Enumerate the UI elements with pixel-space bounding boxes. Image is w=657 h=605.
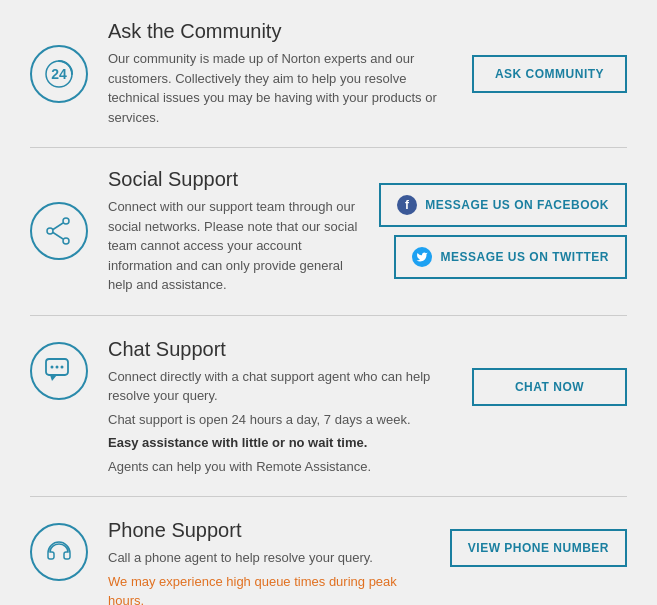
community-section: 24 Ask the Community Our community is ma… — [0, 0, 657, 147]
twitter-label: MESSAGE US ON TWITTER — [440, 250, 609, 264]
svg-line-6 — [53, 233, 63, 240]
chat-title: Chat Support — [108, 338, 447, 361]
social-content: Social Support Connect with our support … — [108, 168, 359, 295]
social-desc: Connect with our support team through ou… — [108, 197, 359, 295]
phone-desc: Call a phone agent to help resolve your … — [108, 548, 430, 605]
svg-text:24: 24 — [51, 66, 67, 82]
community-desc: Our community is made up of Norton exper… — [108, 49, 447, 127]
svg-point-9 — [56, 365, 59, 368]
phone-content: Phone Support Call a phone agent to help… — [108, 519, 430, 605]
svg-line-5 — [53, 223, 63, 230]
social-title: Social Support — [108, 168, 359, 191]
social-icon — [30, 202, 88, 260]
svg-point-10 — [61, 365, 64, 368]
facebook-label: MESSAGE US ON FACEBOOK — [425, 198, 609, 212]
chat-actions: CHAT NOW — [467, 368, 627, 406]
chat-line-3: Easy assistance with little or no wait t… — [108, 433, 447, 453]
chat-content: Chat Support Connect directly with a cha… — [108, 338, 447, 477]
facebook-button[interactable]: f MESSAGE US ON FACEBOOK — [379, 183, 627, 227]
phone-icon-wrap — [30, 523, 88, 581]
facebook-icon: f — [397, 195, 417, 215]
chat-icon-wrap — [30, 342, 88, 400]
twitter-icon — [412, 247, 432, 267]
chat-section: Chat Support Connect directly with a cha… — [0, 316, 657, 497]
community-actions: ASK COMMUNITY — [467, 55, 627, 93]
community-icon: 24 — [30, 45, 88, 103]
chat-line-1: Connect directly with a chat support age… — [108, 367, 447, 406]
view-phone-button[interactable]: VIEW PHONE NUMBER — [450, 529, 627, 567]
phone-title: Phone Support — [108, 519, 430, 542]
ask-community-button[interactable]: ASK COMMUNITY — [472, 55, 627, 93]
community-title: Ask the Community — [108, 20, 447, 43]
chat-desc: Connect directly with a chat support age… — [108, 367, 447, 477]
phone-line-2: We may experience high queue times durin… — [108, 572, 430, 606]
chat-line-4: Agents can help you with Remote Assistan… — [108, 457, 447, 477]
svg-point-2 — [63, 218, 69, 224]
chat-line-2: Chat support is open 24 hours a day, 7 d… — [108, 410, 447, 430]
svg-point-3 — [63, 238, 69, 244]
chat-now-button[interactable]: CHAT NOW — [472, 368, 627, 406]
svg-point-8 — [51, 365, 54, 368]
social-actions: f MESSAGE US ON FACEBOOK MESSAGE US ON T… — [379, 183, 627, 279]
community-content: Ask the Community Our community is made … — [108, 20, 447, 127]
twitter-button[interactable]: MESSAGE US ON TWITTER — [394, 235, 627, 279]
phone-line-1: Call a phone agent to help resolve your … — [108, 548, 430, 568]
svg-point-4 — [47, 228, 53, 234]
social-section: Social Support Connect with our support … — [0, 148, 657, 315]
phone-actions: VIEW PHONE NUMBER — [450, 529, 627, 567]
phone-section: Phone Support Call a phone agent to help… — [0, 497, 657, 605]
